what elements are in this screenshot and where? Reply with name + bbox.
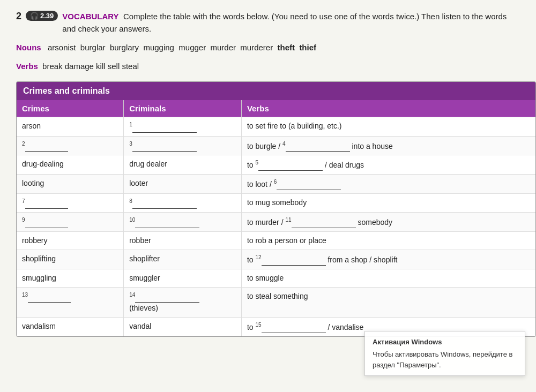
criminal-cell: shoplifter [124,250,242,269]
crime-cell: looting [17,174,124,193]
blank-14[interactable] [135,295,199,303]
audio-badge[interactable]: 🎧 2.39 [26,11,58,21]
table-row: 13 14 (thieves) to steal something Актив… [17,287,535,318]
table-row: 2 3 to burgle / 4 into a house [17,136,535,155]
word-list: Nouns arsonist burglar burglary mugging … [16,40,520,55]
thieves-hint: (thieves) [129,304,158,312]
criminal-cell: 1 [124,117,242,137]
verb-cell: to 5 / deal drugs [241,155,535,175]
criminal-cell: smuggler [124,269,242,287]
table-row: 9 10 to murder / 11 somebody [17,213,535,232]
windows-activation-notice: Активация Windows Чтобы активировать Win… [364,331,525,337]
criminal-cell: 8 [124,193,242,213]
header-verbs: Verbs [241,100,535,117]
blank-10[interactable] [135,221,199,228]
verb-cell: to rob a person or place [241,231,535,250]
vocab-label: VOCABULARY [62,12,118,21]
verb-cell: to murder / 11 somebody [241,213,535,232]
table-header-row: Crimes Criminals Verbs [17,100,535,117]
header-criminals: Criminals [124,100,242,117]
crime-cell: vandalism [17,318,124,336]
table-row: 7 8 to mug somebody [17,193,535,213]
blank-3[interactable] [132,144,197,152]
verbs-label: Verbs [16,62,38,71]
blank-2[interactable] [25,144,68,152]
crime-cell: 13 [17,287,124,318]
table-title: Crimes and criminals [17,82,535,100]
blank-5[interactable] [258,163,323,171]
verb-cell: to loot / 6 [241,174,535,193]
blank-15[interactable] [262,326,326,333]
verbs-word-list: Verbs break damage kill sell steal [16,59,520,73]
table-row: arson 1 to set fire to (a building, etc.… [17,117,535,137]
verb-cell: to mug somebody [241,193,535,213]
instruction-text: VOCABULARY Complete the table with the w… [62,11,520,35]
vocabulary-table: Crimes Criminals Verbs arson 1 to set fi… [17,100,535,336]
blank-4[interactable] [286,144,350,152]
table-row: shoplifting shoplifter to 12 from a shop… [17,250,535,269]
blank-9[interactable] [25,221,68,228]
exercise-header: 2 🎧 2.39 VOCABULARY Complete the table w… [16,11,520,35]
blank-1[interactable] [132,125,197,133]
crime-cell: robbery [17,231,124,250]
crime-cell: arson [17,117,124,137]
verb-cell: to burgle / 4 into a house [241,136,535,155]
exercise-number: 2 [16,11,21,22]
table-row: robbery robber to rob a person or place [17,231,535,250]
criminal-cell: 3 [124,136,242,155]
crime-cell: 9 [17,213,124,232]
criminal-cell: looter [124,174,242,193]
crime-cell: drug-dealing [17,155,124,175]
crime-cell: smuggling [17,269,124,287]
blank-12[interactable] [262,258,326,266]
blank-6[interactable] [277,183,341,190]
nouns-words: arsonist burglar burglary mugging mugger… [46,43,316,52]
audio-track: 2.39 [40,12,54,20]
criminal-cell: vandal [124,318,242,336]
nouns-label: Nouns [16,43,41,52]
header-crimes: Crimes [17,100,124,117]
verb-cell: to 12 from a shop / shoplift [241,250,535,269]
verb-cell: to smuggle [241,269,535,287]
criminal-cell: robber [124,231,242,250]
table-row: smuggling smuggler to smuggle [17,269,535,287]
verb-cell: to steal something Активация Windows Что… [241,287,535,318]
table-row: drug-dealing drug dealer to 5 / deal dru… [17,155,535,175]
verb-cell: to set fire to (a building, etc.) [241,117,535,137]
crime-cell: shoplifting [17,250,124,269]
criminal-cell: 10 [124,213,242,232]
criminal-cell: drug dealer [124,155,242,175]
blank-7[interactable] [25,201,68,209]
instruction-body: Complete the table with the words below.… [62,12,507,33]
criminal-cell: 14 (thieves) [124,287,242,318]
crime-cell: 2 [17,136,124,155]
table-row: looting looter to loot / 6 [17,174,535,193]
vocabulary-table-container: Crimes and criminals Crimes Criminals Ve… [16,81,536,337]
verbs-words: break damage kill sell steal [42,62,139,71]
blank-11[interactable] [292,221,356,228]
blank-8[interactable] [132,201,197,209]
crime-cell: 7 [17,193,124,213]
blank-13[interactable] [28,295,71,303]
headphone-icon: 🎧 [30,12,39,20]
